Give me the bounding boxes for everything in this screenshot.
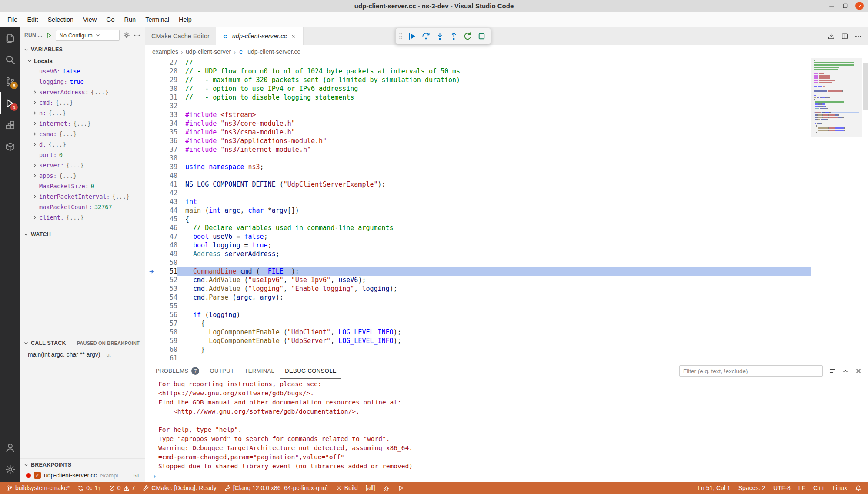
code-line[interactable]: 55 bbox=[145, 302, 811, 310]
code-line[interactable]: 54 cmd.Parse (argc, argv); bbox=[145, 293, 811, 302]
glyph-margin[interactable] bbox=[145, 197, 158, 206]
glyph-margin[interactable] bbox=[145, 319, 158, 328]
status-cmake-target[interactable]: [all] bbox=[362, 482, 379, 494]
code-line[interactable]: 53 cmd.AddValue ("logging", "Enable logg… bbox=[145, 284, 811, 293]
glyph-margin[interactable] bbox=[145, 180, 158, 189]
glyph-margin[interactable] bbox=[145, 171, 158, 180]
chevron-right-icon[interactable] bbox=[32, 173, 39, 178]
activity-run-and-debug[interactable]: 1 bbox=[0, 92, 20, 114]
code-line[interactable]: 56 if (logging) bbox=[145, 310, 811, 319]
menu-file[interactable]: File bbox=[3, 14, 22, 25]
code-line[interactable]: 34#include "ns3/core-module.h" bbox=[145, 119, 811, 128]
menu-go[interactable]: Go bbox=[101, 14, 119, 25]
glyph-margin[interactable] bbox=[145, 110, 158, 119]
variable-row[interactable]: useV6:false bbox=[20, 66, 145, 77]
variable-row[interactable]: logging:true bbox=[20, 77, 145, 87]
chevron-right-icon[interactable] bbox=[32, 110, 39, 116]
console-filter-input[interactable] bbox=[679, 365, 823, 377]
glyph-margin[interactable] bbox=[145, 302, 158, 310]
glyph-margin[interactable] bbox=[145, 337, 158, 345]
call-stack-section-header[interactable]: CALL STACK PAUSED ON BREAKPOINT bbox=[20, 337, 145, 349]
code-line[interactable]: 46 // Declare variables used in command-… bbox=[145, 224, 811, 232]
breadcrumb-item-examples[interactable]: examples bbox=[152, 48, 178, 55]
code-line[interactable]: 57 { bbox=[145, 319, 811, 328]
code-line[interactable]: 42 bbox=[145, 189, 811, 197]
code-line[interactable]: 47 bool useV6 = false; bbox=[145, 232, 811, 241]
minimize-icon[interactable] bbox=[828, 3, 835, 9]
glyph-margin[interactable] bbox=[145, 154, 158, 163]
variable-row[interactable]: server:{...} bbox=[20, 160, 145, 170]
code-line[interactable]: 49 Address serverAddress; bbox=[145, 250, 811, 258]
code-line[interactable]: 50 bbox=[145, 258, 811, 267]
chevron-right-icon[interactable] bbox=[32, 90, 39, 95]
glyph-margin[interactable] bbox=[145, 102, 158, 110]
chevron-right-icon[interactable] bbox=[32, 215, 39, 220]
glyph-margin[interactable] bbox=[145, 293, 158, 302]
glyph-margin[interactable] bbox=[145, 267, 158, 276]
close-window-button[interactable] bbox=[855, 2, 864, 10]
variable-row[interactable]: cmd:{...} bbox=[20, 97, 145, 108]
chevron-right-icon[interactable] bbox=[32, 131, 39, 137]
step-out-button[interactable] bbox=[447, 30, 460, 43]
continue-button[interactable] bbox=[405, 30, 418, 43]
status-cmake-launch[interactable] bbox=[394, 482, 408, 494]
debug-console[interactable]: For bug reporting instructions, please s… bbox=[145, 379, 868, 482]
code-line[interactable]: 30// - option to use IPv4 or IPv6 addres… bbox=[145, 84, 811, 93]
editor-scrollbar[interactable] bbox=[862, 58, 868, 363]
glyph-margin[interactable] bbox=[145, 215, 158, 224]
variable-row[interactable]: client:{...} bbox=[20, 212, 145, 223]
code-line[interactable]: 59 LogComponentEnable ("UdpServer", LOG_… bbox=[145, 337, 811, 345]
code-line[interactable]: 39using namespace ns3; bbox=[145, 163, 811, 171]
status-branch-indicator[interactable]: buildsystem-cmake* bbox=[3, 482, 73, 494]
variable-row[interactable]: apps:{...} bbox=[20, 170, 145, 181]
glyph-margin[interactable] bbox=[145, 137, 158, 145]
variable-row[interactable]: interPacketInterval:{...} bbox=[20, 191, 145, 202]
watch-section-header[interactable]: WATCH bbox=[20, 228, 145, 240]
status-os[interactable]: Linux bbox=[829, 482, 851, 494]
code-line[interactable]: 61 bbox=[145, 354, 811, 363]
menu-view[interactable]: View bbox=[78, 14, 101, 25]
variable-row[interactable]: n:{...} bbox=[20, 108, 145, 118]
variable-row[interactable]: port:0 bbox=[20, 150, 145, 160]
chevron-right-icon[interactable] bbox=[32, 142, 39, 147]
menu-help[interactable]: Help bbox=[174, 14, 197, 25]
chevron-right-icon[interactable] bbox=[32, 100, 39, 105]
glyph-margin[interactable] bbox=[145, 310, 158, 319]
menu-edit[interactable]: Edit bbox=[22, 14, 43, 25]
code-line[interactable]: 38 bbox=[145, 154, 811, 163]
restart-button[interactable] bbox=[461, 30, 474, 43]
panel-tab-debug-console[interactable]: DEBUG CONSOLE bbox=[280, 363, 341, 379]
glyph-margin[interactable] bbox=[145, 224, 158, 232]
glyph-margin[interactable] bbox=[145, 163, 158, 171]
split-editor-icon[interactable] bbox=[841, 33, 848, 40]
status-cmake-kit[interactable]: [Clang 12.0.0 x86_64-pc-linux-gnu] bbox=[220, 482, 332, 494]
output-options-icon[interactable] bbox=[829, 367, 836, 374]
status-indentation[interactable]: Spaces: 2 bbox=[734, 482, 769, 494]
step-over-button[interactable] bbox=[419, 30, 432, 43]
variables-section-header[interactable]: VARIABLES bbox=[20, 43, 145, 56]
variable-row[interactable]: csma:{...} bbox=[20, 129, 145, 139]
glyph-margin[interactable] bbox=[145, 241, 158, 250]
drag-handle-icon[interactable] bbox=[398, 32, 403, 40]
code-line[interactable]: 29// - maximum of 320 packets sent (or l… bbox=[145, 76, 811, 84]
status-cmake-build[interactable]: Build bbox=[332, 482, 362, 494]
code-line[interactable]: 58 LogComponentEnable ("UdpClient", LOG_… bbox=[145, 328, 811, 337]
glyph-margin[interactable] bbox=[145, 284, 158, 293]
glyph-margin[interactable] bbox=[145, 328, 158, 337]
status-sync-changes[interactable]: 0↓ 1↑ bbox=[73, 482, 104, 494]
variable-row[interactable]: d:{...} bbox=[20, 139, 145, 150]
menu-selection[interactable]: Selection bbox=[43, 14, 78, 25]
maximize-panel-icon[interactable] bbox=[842, 367, 849, 374]
glyph-margin[interactable] bbox=[145, 84, 158, 93]
glyph-margin[interactable] bbox=[145, 232, 158, 241]
code-line[interactable]: 48 bool logging = true; bbox=[145, 241, 811, 250]
code-line[interactable]: 33#include <fstream> bbox=[145, 110, 811, 119]
code-line[interactable]: 44main (int argc, char *argv[]) bbox=[145, 206, 811, 215]
code-line[interactable]: 28// - UDP flow from n0 to n1 of 1024 by… bbox=[145, 67, 811, 76]
glyph-margin[interactable] bbox=[145, 119, 158, 128]
glyph-margin[interactable] bbox=[145, 250, 158, 258]
close-tab-icon[interactable] bbox=[290, 33, 297, 40]
glyph-margin[interactable] bbox=[145, 276, 158, 284]
tab-cmake-cache-editor[interactable]: CMake Cache Editor bbox=[145, 27, 216, 45]
scrollbar-thumb[interactable] bbox=[863, 63, 868, 110]
